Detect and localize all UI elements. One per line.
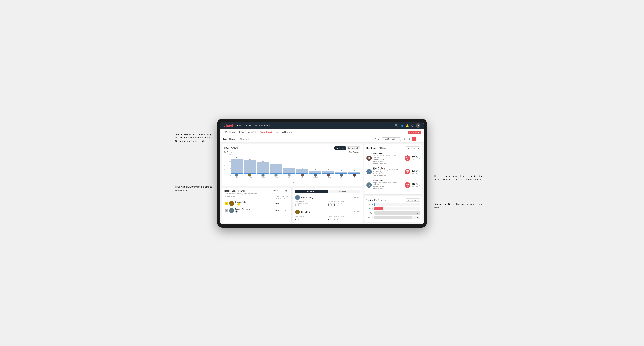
tab-all-players[interactable]: All Players [282,131,292,134]
ma-date-2: 02 Sep 2023 [352,211,360,213]
bar-jcoles: 9 [270,162,282,174]
lb-name-2: Edward Crossman [235,208,272,210]
top-nav: clippd Home Teams My Performance 🔍 👥 🔔 ⊕… [220,122,424,130]
shot-info-miller: Matt Miller 09 Jun 2023 · Royal North De… [373,153,403,164]
tab-least-active[interactable]: Least Active [328,190,361,193]
page-wrapper: Choose the timescale you wish to see the… [217,119,427,227]
lb-title: Practice Leaderboards [224,190,245,192]
chart-subheader: On Course Total Rounds ▾ [224,151,360,153]
nav-link-performance[interactable]: My Performance [254,124,270,127]
ma-stats-1: Total Rounds Tournament Practice 7 6 [295,201,360,206]
avatar[interactable]: U [416,123,420,128]
shot-badge-ford: 198 SG [404,182,410,188]
avatar-mmiller [327,173,330,177]
scoring-row-eagles: Eagles 3 [366,203,420,206]
players-filter-dropdown[interactable]: All Players [406,147,420,150]
scoring-row-bogeys: Bogeys 415 [366,216,420,219]
tab-scoring: Scoring [366,199,373,201]
shot-avatar-mcharg: B [366,169,372,174]
lb-columns: PLAYER NAME PB SCORE PB AVG SQ [224,196,289,199]
x-axis-title: Players [231,182,360,184]
avatar-jcoles [274,173,278,177]
tab-practice-drills[interactable]: Practice Drills [347,147,360,150]
main-content: Player Activity On Course Practice Drill… [220,143,424,224]
lb-avg-2: 107 [282,209,288,211]
shot-row-mcharg[interactable]: B Blair McHarg 23 Jul 2023 · Ashridge GC… [366,166,420,178]
ma-total-rounds-2: Total Rounds Tournament Practice 8 4 [295,215,328,220]
scoring-header: Scoring Par 3, 4 & 5s ▾ All Players [366,198,420,202]
tablet-screen: clippd Home Teams My Performance 🔍 👥 🔔 ⊕… [220,122,424,224]
nav-link-teams[interactable]: Teams [245,124,251,127]
shot-row-miller[interactable]: M Matt Miller 09 Jun 2023 · Royal North … [366,151,420,166]
people-icon[interactable]: 👥 [400,124,404,127]
tab-pgat-players[interactable]: PGAT Players [223,131,236,134]
tab-all-shots[interactable]: All Shots ▾ [378,147,388,149]
plus-circle-icon[interactable]: ⊕ [411,124,413,127]
tab-most-active[interactable]: Most Active [295,190,328,193]
trophy-badge-1: 1 [238,203,240,205]
shot-stats-miller: 67 yds 0 yds [412,156,418,161]
bar-bmcharg: 13 [231,157,243,174]
ma-practice-activities-1: Total Practice Activities GTT APP ARG PU… [328,201,361,206]
ma-player-1: Blair McHarg 26 Aug 2023 Total Rounds To… [295,195,360,208]
ma-player-2-info: Rees Britt [295,210,310,214]
ma-player-2: Rees Britt 02 Sep 2023 Total Rounds Tour… [295,210,360,220]
player-activity-title: Player Activity [224,147,238,149]
annotation-player-filter: You can also filter to show just one pla… [434,202,483,209]
shot-avatar-ford: D [366,182,372,188]
tab-hcaps[interactable]: Hcaps 1-5 [247,131,256,134]
y-axis-title: Total Rounds [224,161,226,170]
tab-best-shots[interactable]: Best Shots [366,147,376,149]
view-grid-icon[interactable]: ▦ [408,137,411,141]
view-heart-icon[interactable]: ♥ [412,137,416,141]
chevron-miller: › [419,157,420,159]
scoring-players-dropdown[interactable]: All Players [406,198,420,202]
lb-row-2[interactable]: 2 Edward Crossman 2 18/20 107 [224,207,289,214]
scoring-row-pars: Pars 499 [366,211,420,215]
scoring-chart: Eagles 3 Birdies [366,203,420,219]
lb-avg-1: 110 [282,202,288,204]
annotation-filter: Filter what data you wish the table to b… [175,185,214,192]
bar-chart: Total Rounds 15 10 5 0 [224,154,360,184]
lb-row-1[interactable]: 1 Richard Butler 🏆 1 19/20 [224,200,289,207]
card-header: Player Activity On Course Practice Drill… [224,147,360,150]
chart-subtitle: On Course [224,151,232,153]
avatar-rbutler [314,173,317,177]
view-settings-icon[interactable]: ≡ [417,137,421,141]
show-dropdown[interactable]: Last 3 months Last month Last 6 months L… [382,137,401,141]
tab-par345[interactable]: Par 3, 4 & 5s ▾ [374,199,386,201]
view-grid2-icon[interactable]: ⊞ [402,137,406,141]
most-active-card: Most Active Least Active Blair McHarg [293,188,362,223]
team-header: Team Clippd | 14 Players ✎ Show: Last 3 … [220,136,424,143]
search-icon[interactable]: 🔍 [395,124,398,127]
practice-leaderboard-card: Practice Leaderboards PUTT Must Make Put… [222,188,292,223]
shot-info-mcharg: Blair McHarg 23 Jul 2023 · Ashridge GC, … [373,167,403,176]
lb-header: Practice Leaderboards PUTT Must Make Put… [224,190,289,192]
shot-rows: M Matt Miller 09 Jun 2023 · Royal North … [366,151,420,192]
activity-tabs: On Course Practice Drills [334,147,360,150]
lb-subtitle: PUTT Must Make Putting (3-6 ft), Last 3 … [224,193,289,195]
tab-team-clippd[interactable]: Team Clippd [260,131,272,134]
tab-pga[interactable]: PGA [239,131,244,134]
ma-date-1: 26 Aug 2023 [352,197,360,198]
add-to-all-button[interactable]: Add To all ▼ [408,131,421,134]
bell-icon[interactable]: 🔔 [406,124,409,127]
ma-name-1: Blair McHarg [301,196,313,198]
lb-name-1: Richard Butler [235,201,272,203]
avatar-rbritt [248,173,252,177]
ma-name-2: Rees Britt [301,211,310,213]
nav-link-home[interactable]: Home [236,124,242,127]
chart-dropdown[interactable]: Total Rounds ▾ [349,151,360,153]
y-axis: 15 10 5 0 [226,154,231,184]
chevron-mcharg: › [419,170,420,173]
lb-dropdown[interactable]: PUTT Must Make Putting ... [268,190,289,192]
scoring-card: Scoring Par 3, 4 & 5s ▾ All Players Eagl… [364,196,422,222]
shot-row-ford[interactable]: D David Ford 24 Aug 2023 · Royal North D… [366,178,420,192]
view-icons: ⊞ ▦ ♥ ≡ [402,137,421,141]
edit-icon[interactable]: ✎ [248,138,249,140]
shot-badge-mcharg: 200 SG [404,169,410,174]
tab-on-course[interactable]: On Course [334,147,346,150]
lb-score-2: 18/20 [274,209,280,211]
tab-tour[interactable]: Tour [275,131,279,134]
avatar-bmcharg [235,173,238,177]
